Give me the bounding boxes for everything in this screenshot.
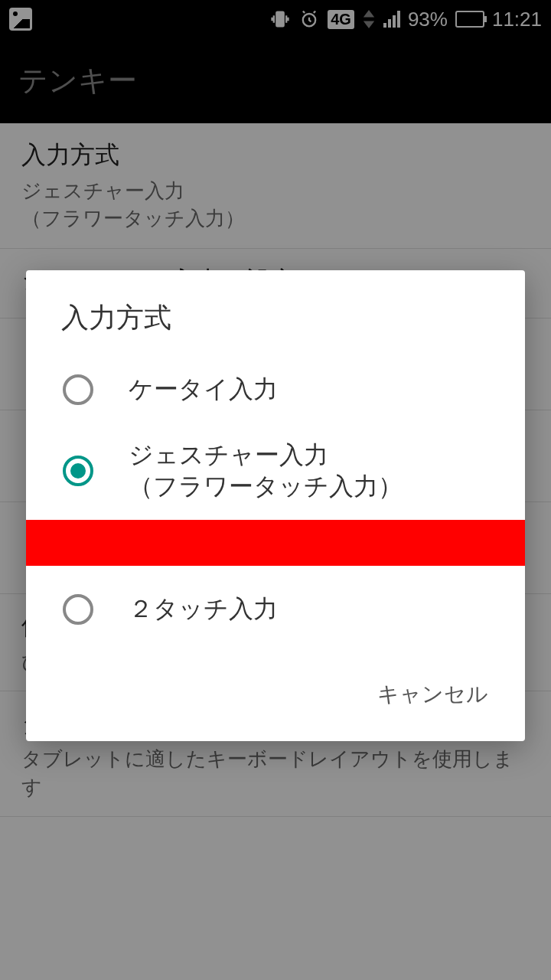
radio-option-2touch[interactable]: ２タッチ入力 <box>26 566 525 653</box>
radio-label: ２タッチ入力 <box>129 593 278 626</box>
radio-label: ケータイ入力 <box>129 374 278 406</box>
radio-icon <box>63 594 93 625</box>
radio-icon <box>63 374 93 405</box>
radio-option-keitai[interactable]: ケータイ入力 <box>26 357 525 423</box>
radio-dot-icon <box>70 463 86 479</box>
radio-list: ケータイ入力 ジェスチャー入力 （フラワータッチ入力） ２タッチ入力 <box>26 357 525 652</box>
cancel-button[interactable]: キャンセル <box>364 671 502 718</box>
input-method-dialog: 入力方式 ケータイ入力 ジェスチャー入力 （フラワータッチ入力） ２タッチ入力 … <box>26 270 525 741</box>
radio-option-gesture[interactable]: ジェスチャー入力 （フラワータッチ入力） <box>26 423 525 520</box>
dialog-title: 入力方式 <box>26 270 525 357</box>
dialog-actions: キャンセル <box>26 652 525 741</box>
radio-label: ジェスチャー入力 （フラワータッチ入力） <box>129 439 403 503</box>
highlight-bar <box>26 520 525 566</box>
radio-icon-selected <box>63 456 93 486</box>
